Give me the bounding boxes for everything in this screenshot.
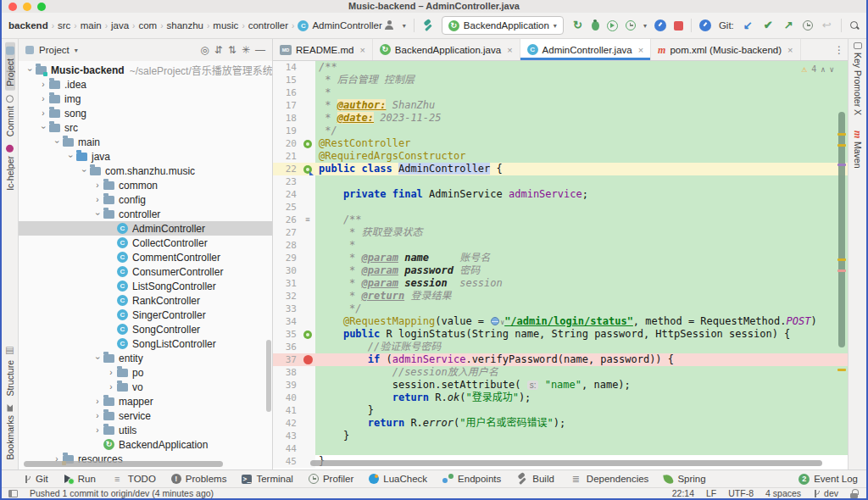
sidebar-item-maven[interactable]: mMaven [853, 131, 863, 169]
breadcrumb-item[interactable]: main [79, 20, 103, 31]
tree-item-src[interactable]: ›src [19, 120, 272, 135]
profiler-icon[interactable] [699, 19, 711, 31]
dropdown-caret[interactable]: ▾ [643, 22, 647, 30]
tree-chevron-icon[interactable]: › [92, 181, 103, 190]
tree-item-admincontroller[interactable]: CAdminController [19, 221, 272, 236]
tree-item-main[interactable]: ›main [19, 135, 272, 149]
toolwindow-button-git[interactable]: Git [24, 474, 48, 484]
project-tree-vscrollbar[interactable] [266, 340, 271, 412]
tree-chevron-icon[interactable]: › [37, 80, 49, 89]
tree-item-po[interactable]: ›po [19, 365, 272, 380]
toolwindow-button-todo[interactable]: ≡TODO [111, 473, 156, 485]
git-update-icon[interactable]: ↙ [742, 19, 754, 31]
status-git-branch[interactable]: dev [813, 488, 838, 498]
tree-chevron-icon[interactable]: › [25, 64, 35, 76]
debug-icon[interactable] [592, 21, 599, 31]
tree-chevron-icon[interactable]: › [92, 397, 103, 406]
tree-chevron-icon[interactable]: › [105, 382, 117, 392]
run-configuration-select[interactable]: ↻BackendApplication▾ [442, 16, 564, 35]
build-hammer-icon[interactable] [422, 19, 434, 31]
breadcrumb-item[interactable]: src [56, 20, 72, 31]
sidebar-item-structure[interactable]: Structure▤ [3, 342, 16, 401]
tab-readme-md[interactable]: MDREADME.md× [273, 39, 373, 60]
breadcrumb-item[interactable]: CAdminController [296, 20, 383, 31]
tree-chevron-icon[interactable]: › [92, 411, 103, 420]
tree-chevron-icon[interactable]: › [93, 353, 103, 364]
status-line-ending[interactable]: LF [706, 488, 716, 498]
sidebar-item-key-promoter-x[interactable]: Key Promoter X [853, 42, 863, 115]
toolwindow-button-terminal[interactable]: >_Terminal [242, 474, 292, 484]
tree-item-service[interactable]: ›service [19, 408, 272, 423]
toolwindow-button-build[interactable]: Build [516, 473, 554, 485]
rollback-icon[interactable]: ↩ [821, 19, 833, 31]
breadcrumb-item[interactable]: backend [7, 20, 50, 31]
tab-options-icon[interactable]: ⋮ [831, 39, 848, 60]
tree-item-java[interactable]: ›java [19, 149, 272, 164]
hide-icon[interactable]: — [255, 44, 265, 56]
toolwindow-button-profiler[interactable]: Profiler [309, 474, 353, 484]
profile-clock-icon[interactable] [626, 20, 636, 31]
tree-item-song[interactable]: ›song [19, 106, 272, 120]
project-panel-title[interactable]: Project [39, 45, 70, 55]
tree-item-singercontroller[interactable]: CSingerController [19, 308, 272, 322]
breadcrumb-item[interactable]: com [136, 20, 159, 31]
tree-item-music-backend[interactable]: ›Music-backend~/saleProject/音乐播放管理系统/Mus… [19, 63, 272, 77]
tree-chevron-icon[interactable]: › [66, 151, 75, 163]
breadcrumb-item[interactable]: music [211, 20, 240, 31]
tree-chevron-icon[interactable]: › [93, 208, 103, 220]
event-log-button[interactable]: 2Event Log [798, 474, 858, 485]
tree-item-commentcontroller[interactable]: CCommentController [19, 250, 272, 264]
status-indent[interactable]: 4 spaces [765, 488, 801, 498]
tree-chevron-icon[interactable]: › [80, 165, 89, 177]
expand-collapse-icon[interactable]: ⇅ [228, 44, 236, 56]
status-encoding[interactable]: UTF-8 [728, 488, 754, 498]
next-warning-icon[interactable]: ∨ [830, 65, 834, 74]
tree-item-entity[interactable]: ›entity [19, 351, 272, 365]
tree-chevron-icon[interactable]: › [105, 368, 117, 377]
lock-icon[interactable] [850, 489, 858, 497]
rerun-icon[interactable]: ↻ [571, 19, 584, 31]
close-tab-icon[interactable]: × [507, 45, 512, 55]
toolwindow-button-problems[interactable]: !Problems [171, 474, 227, 484]
close-tab-icon[interactable]: × [359, 45, 364, 55]
toolwindow-button-run[interactable]: Run [64, 474, 96, 484]
tree-chevron-icon[interactable]: › [37, 108, 49, 118]
code-editor[interactable]: 14/**15 * 后台管理 控制层16 *17 * @author: Shan… [273, 61, 848, 469]
sidebar-item-ic-helper[interactable]: Ic-helper [5, 141, 15, 195]
close-tab-icon[interactable]: × [638, 45, 643, 55]
tree-chevron-icon[interactable]: › [92, 425, 103, 435]
status-message[interactable]: Pushed 1 commit to origin/dev (4 minutes… [30, 488, 214, 498]
breakpoint-icon[interactable] [300, 353, 315, 366]
tab-admincontroller-java[interactable]: CAdminController.java× [520, 39, 652, 60]
breadcrumb-item[interactable]: java [109, 20, 131, 31]
tree-item-common[interactable]: ›common [19, 178, 272, 192]
sidebar-item-bookmarks[interactable]: Bookmarks [5, 400, 15, 464]
tree-item-utils[interactable]: ›utils [19, 423, 272, 437]
breadcrumb-item[interactable]: shanzhu [165, 20, 205, 31]
collapse-all-icon[interactable]: ⇵ [214, 44, 223, 56]
git-commit-icon[interactable]: ✔ [762, 19, 775, 31]
tree-chevron-icon[interactable]: › [92, 195, 103, 204]
coverage-icon[interactable] [607, 20, 618, 31]
sidebar-item-project[interactable]: Project [5, 42, 15, 91]
tree-item-songlistcontroller[interactable]: CSongListController [19, 336, 272, 351]
tab-backendapplication-java[interactable]: ↻BackendApplication.java× [373, 39, 520, 60]
tree-item-songcontroller[interactable]: CSongController [19, 322, 272, 336]
tree-item-collectcontroller[interactable]: CCollectController [19, 236, 272, 250]
toolwindow-button-endpoints[interactable]: Endpoints [442, 474, 501, 484]
project-tree-hscrollbar[interactable] [24, 461, 223, 467]
tree-chevron-icon[interactable]: › [39, 122, 48, 134]
tree-item-controller[interactable]: ›controller [19, 207, 272, 221]
tab-pom-xml-music-backend-[interactable]: mpom.xml (Music-backend)× [651, 39, 800, 60]
editor-hscrollbar[interactable] [310, 460, 822, 466]
tree-item-config[interactable]: ›config [19, 192, 272, 207]
toolwindow-button-spring[interactable]: Spring [664, 474, 705, 484]
toolwindow-button-luacheck[interactable]: LuaCheck [369, 474, 427, 484]
sidebar-item-commit[interactable]: Commit [5, 91, 15, 141]
tree-item-listsongcontroller[interactable]: CListSongController [19, 279, 272, 293]
tree-item-consumercontroller[interactable]: CConsumerController [19, 264, 272, 279]
profiler-icon[interactable] [654, 19, 666, 31]
settings-gear-icon[interactable]: ✳ [242, 44, 250, 56]
prev-warning-icon[interactable]: ∧ [821, 65, 825, 74]
git-push-icon[interactable]: ↗ [782, 19, 795, 31]
